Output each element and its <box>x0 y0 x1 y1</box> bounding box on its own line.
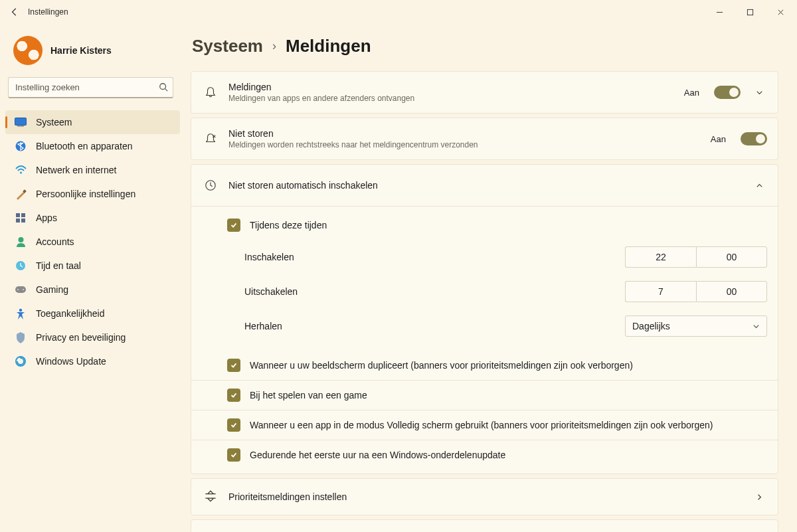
sidebar: Harrie Kisters Systeem Bluetooth en appa… <box>0 24 183 532</box>
search-icon <box>159 82 168 94</box>
update-icon <box>15 355 27 367</box>
row-desc: Meldingen van apps en andere afzenders o… <box>228 94 673 103</box>
row-title: Prioriteitsmeldingen instellen <box>228 491 741 502</box>
sidebar-item-gaming[interactable]: Gaming <box>5 278 180 302</box>
auto-dnd-body: Tijdens deze tijden Inschakelen 22 00 Ui… <box>191 206 778 474</box>
svg-point-1 <box>160 84 166 90</box>
breadcrumb: Systeem › Meldingen <box>191 31 778 71</box>
main-panel: Systeem › Meldingen Meldingen Meldingen … <box>183 24 797 532</box>
row-auto-dnd-header[interactable]: Niet storen automatisch inschakelen <box>191 165 778 206</box>
minimize-button[interactable] <box>704 0 735 24</box>
check-times-row: Tijdens deze tijden <box>191 207 778 240</box>
close-button[interactable] <box>765 0 796 24</box>
checkbox-update[interactable] <box>227 448 240 462</box>
check-label: Gedurende het eerste uur na een Windows-… <box>250 450 505 460</box>
time-icon <box>15 260 27 272</box>
card-notifications: Meldingen Meldingen van apps en andere a… <box>191 71 778 114</box>
sidebar-item-label: Bluetooth en apparaten <box>36 141 133 151</box>
enable-minute-select[interactable]: 00 <box>696 246 767 268</box>
sidebar-item-update[interactable]: Windows Update <box>5 349 180 373</box>
sidebar-item-label: Tijd en taal <box>36 260 81 271</box>
sidebar-item-apps[interactable]: Apps <box>5 206 180 230</box>
row-dnd[interactable]: Niet storen Meldingen worden rechtstreek… <box>191 118 778 159</box>
sidebar-item-tijd[interactable]: Tijd en taal <box>5 254 180 278</box>
window-title: Instellingen <box>28 7 68 17</box>
titlebar: Instellingen <box>0 0 797 24</box>
row-title: Niet storen <box>228 128 700 139</box>
check-label: Wanneer u een app in de modus Volledig s… <box>250 420 713 430</box>
row-notifications[interactable]: Meldingen Meldingen van apps en andere a… <box>191 72 778 113</box>
search-input[interactable] <box>8 77 173 98</box>
disable-hour-select[interactable]: 7 <box>625 281 696 302</box>
sidebar-item-netwerk[interactable]: Netwerk en internet <box>5 158 180 182</box>
user-name: Harrie Kisters <box>50 45 112 56</box>
enable-hour-select[interactable]: 22 <box>625 246 696 268</box>
sidebar-item-bluetooth[interactable]: Bluetooth en apparaten <box>5 134 180 158</box>
toggle-dnd[interactable] <box>741 132 767 145</box>
chevron-down-icon <box>753 323 760 330</box>
row-title: Niet storen automatisch inschakelen <box>228 180 741 191</box>
gaming-icon <box>15 284 27 296</box>
checkbox-times[interactable] <box>227 219 240 232</box>
personalize-icon <box>15 188 27 200</box>
sidebar-item-label: Apps <box>36 213 57 223</box>
bell-icon <box>203 86 218 98</box>
user-block[interactable]: Harrie Kisters <box>5 29 180 77</box>
breadcrumb-parent[interactable]: Systeem <box>192 36 263 56</box>
sidebar-item-label: Accounts <box>36 236 74 247</box>
back-button[interactable] <box>1 0 28 24</box>
card-focus: Focus Sessieduur, badges van apps verber… <box>191 519 778 532</box>
maximize-button[interactable] <box>735 0 765 24</box>
avatar <box>13 36 43 65</box>
sidebar-item-systeem[interactable]: Systeem <box>5 110 180 134</box>
priority-icon <box>203 489 218 504</box>
sidebar-item-label: Persoonlijke instellingen <box>36 189 135 199</box>
privacy-icon <box>15 331 27 343</box>
repeat-select[interactable]: Dagelijks <box>625 315 767 337</box>
checkbox-duplicate[interactable] <box>227 359 240 372</box>
toggle-status: Aan <box>684 88 699 98</box>
chevron-right-icon <box>751 493 767 501</box>
bluetooth-icon <box>15 140 27 152</box>
card-auto-dnd: Niet storen automatisch inschakelen Tijd… <box>191 164 778 474</box>
sidebar-item-toegankelijkheid[interactable]: Toegankelijkheid <box>5 302 180 325</box>
enable-time-row: Inschakelen 22 00 <box>191 240 778 274</box>
svg-rect-9 <box>16 219 20 222</box>
svg-point-11 <box>18 237 23 242</box>
chevron-up-icon[interactable] <box>751 181 767 190</box>
page-title: Meldingen <box>286 36 371 56</box>
toggle-notifications[interactable] <box>714 86 741 99</box>
svg-rect-2 <box>15 118 27 126</box>
disable-minute-select[interactable]: 00 <box>696 281 767 302</box>
svg-point-5 <box>19 171 21 173</box>
sidebar-item-persoonlijk[interactable]: Persoonlijke instellingen <box>5 182 180 206</box>
disable-label: Uitschakelen <box>244 286 625 297</box>
svg-rect-13 <box>15 286 26 293</box>
check-fullscreen-row: Wanneer u een app in de modus Volledig s… <box>191 410 778 440</box>
checkbox-fullscreen[interactable] <box>227 418 240 432</box>
row-desc: Meldingen worden rechtstreeks naar het m… <box>228 140 700 149</box>
check-duplicate-row: Wanneer u uw beeldscherm dupliceert (ban… <box>191 350 778 380</box>
row-priority[interactable]: Prioriteitsmeldingen instellen <box>191 479 778 515</box>
svg-point-14 <box>17 289 19 290</box>
nav-list: Systeem Bluetooth en apparaten Netwerk e… <box>5 110 180 373</box>
chevron-down-icon[interactable] <box>751 88 767 97</box>
svg-rect-0 <box>747 9 753 15</box>
card-dnd: Niet storen Meldingen worden rechtstreek… <box>191 118 778 160</box>
svg-point-16 <box>19 308 22 311</box>
clock-auto-icon <box>203 179 218 191</box>
checkbox-game[interactable] <box>227 389 240 402</box>
check-label: Bij het spelen van een game <box>250 390 367 400</box>
row-focus[interactable]: Focus Sessieduur, badges van apps verber… <box>191 520 778 532</box>
search-field[interactable] <box>8 77 173 98</box>
svg-rect-10 <box>21 219 25 222</box>
network-icon <box>15 164 27 176</box>
accounts-icon <box>15 236 27 248</box>
row-title: Meldingen <box>228 82 673 92</box>
dnd-icon <box>203 133 218 145</box>
sidebar-item-privacy[interactable]: Privacy en beveiliging <box>5 325 180 349</box>
sidebar-item-accounts[interactable]: Accounts <box>5 230 180 254</box>
disable-time-row: Uitschakelen 7 00 <box>191 274 778 309</box>
repeat-row: Herhalen Dagelijks <box>191 309 778 350</box>
check-update-row: Gedurende het eerste uur na een Windows-… <box>191 440 778 474</box>
